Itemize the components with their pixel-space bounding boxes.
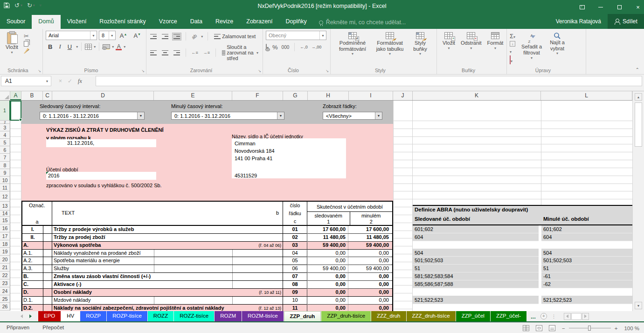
abra-previous-value[interactable]: 604 [541,233,632,241]
scroll-right-icon[interactable] [582,313,589,320]
interval1-dropdown[interactable]: 0: 1.1.2016 - 31.12.2016▼ [40,112,145,120]
column-header-c[interactable]: C [43,91,52,100]
autosum-button[interactable]: Σ▾ [510,32,515,40]
increase-indent-icon[interactable]: →≡ [202,49,211,56]
italic-button[interactable]: I [56,42,63,51]
sheet-tab-epo[interactable]: EPO [38,311,61,321]
column-header-b[interactable]: B [21,91,43,100]
align-right-button[interactable] [173,49,181,56]
collapse-ribbon-icon[interactable]: ⌃ [636,67,639,72]
scroll-up-icon[interactable]: ▲ [635,93,642,101]
accounting-format-button[interactable]: ▾ [266,44,269,50]
zoom-slider[interactable]: − + [562,326,617,331]
tab-vzorce[interactable]: Vzorce [152,15,184,29]
status-calc[interactable]: Přepočet [42,325,64,330]
bold-button[interactable]: B [46,43,55,51]
column-header-j[interactable]: J [393,91,413,100]
row-current-value[interactable]: 0,00 [307,250,348,257]
format-as-table-button[interactable]: Formátovat jako tabulku▾ [372,31,408,66]
enter-icon[interactable]: ✓ [68,78,72,84]
cell-styles-button[interactable]: Styly buňky▾ [408,31,432,66]
sheet-tab-zzp-el[interactable]: ZZP_účel [456,311,490,321]
minimize-button[interactable] [597,4,604,10]
column-header-i[interactable]: I [349,91,393,100]
normal-view-icon[interactable] [523,325,529,331]
orientation-dropdown-icon[interactable]: ▾ [201,34,203,39]
conditional-formatting-button[interactable]: ≠ Podmíněné formátování▾ [333,31,372,66]
scroll-down-icon[interactable]: ▼ [635,302,642,309]
sheet-tab-zzp-el-[interactable]: ZZP_účel- [491,311,526,321]
show-rows-dropdown[interactable]: <Všechny>▼ [323,112,382,120]
scroll-left-icon[interactable] [564,313,571,320]
horizontal-scrollbar-thumb[interactable] [571,313,582,320]
comma-style-button[interactable]: 000 [282,45,290,50]
decrease-indent-icon[interactable]: ←≡ [191,49,199,56]
abra-previous-value[interactable] [541,288,632,296]
tab-splitter-icon[interactable]: ⋮ [552,314,556,319]
row-previous-value[interactable]: 0,00 [348,281,391,289]
column-header-e[interactable]: E [154,91,232,100]
sheet-tab-rozp[interactable]: ROZP [80,311,106,321]
row-previous-value[interactable]: 0,00 [348,273,391,281]
sheet-tab-zzz-druh-tis-ce[interactable]: ZZZ_druh-tisíce [407,311,456,321]
maximize-button[interactable] [616,4,623,10]
sheet-tab-zzp-druh-tis-ce[interactable]: ZZP_druh-tisíce [321,311,371,321]
row-current-value[interactable]: 59 400,00 [307,265,348,273]
font-color-dropdown-icon[interactable]: ▾ [124,45,125,49]
sheet-tab-rozp-tis-ce[interactable]: ROZP-tisíce [107,311,147,321]
abra-previous-value[interactable]: 521;522;523 [541,296,632,304]
zoom-level[interactable]: 100 % [624,326,639,331]
abra-current-value[interactable]: 501;502;503 [413,257,539,265]
abra-current-value[interactable] [413,304,539,311]
number-format-select[interactable]: Obecný▼ [266,31,326,40]
column-header-l[interactable]: L [541,91,632,100]
abra-current-value[interactable]: 601;602 [413,225,539,233]
row-previous-value[interactable]: 59 400,00 [348,242,391,249]
row-previous-value[interactable]: 0,00 [348,297,391,305]
abra-previous-value[interactable]: 601;602 [541,225,632,233]
row-current-value[interactable]: 0,00 [307,273,348,281]
abra-previous-value[interactable]: 501;502;503 [541,257,632,265]
column-header-k[interactable]: K [413,91,541,100]
abra-current-value[interactable]: 585;586;587;588 [413,280,539,288]
abra-current-value[interactable] [413,288,539,296]
format-painter-icon[interactable] [24,48,29,54]
formula-input[interactable] [96,76,642,86]
cut-icon[interactable]: ✂ [24,33,29,40]
zoom-out-icon[interactable]: − [562,326,565,331]
abra-current-value[interactable]: 504 [413,249,539,257]
fill-color-dropdown-icon[interactable]: ▾ [112,45,114,49]
tab-revize[interactable]: Revize [209,15,240,29]
next-sheet-icon[interactable] [29,314,32,318]
abra-previous-value[interactable] [541,241,632,249]
row-current-value[interactable]: 0,00 [307,257,348,265]
align-left-button[interactable] [149,49,158,56]
name-box[interactable]: A1▼ [1,76,51,86]
wrap-text-button[interactable]: Zalamovat text [213,33,257,40]
abra-previous-value[interactable]: 51 [541,265,632,272]
column-header-g[interactable]: G [283,91,308,100]
align-top-button[interactable] [149,33,158,40]
row-current-value[interactable]: 59 400,00 [307,242,348,249]
number-dialog-launcher-icon[interactable]: ↘ [325,69,329,73]
close-button[interactable]: × [635,4,641,10]
orientation-icon[interactable]: ab [189,31,199,41]
cancel-icon[interactable]: × [59,78,62,84]
increase-font-icon[interactable]: A▲ [118,32,130,40]
abra-previous-value[interactable] [541,304,632,311]
prev-sheet-icon[interactable] [21,314,23,318]
sheet-tab-rozm-tis-ce[interactable]: ROZM-tisíce [242,311,284,321]
row-previous-value[interactable]: 0,00 [348,305,391,311]
abra-current-value[interactable]: 604 [413,233,539,241]
tab-dom-[interactable]: Domů [32,15,60,29]
sheet-tab-zzz-druh[interactable]: ZZZ_druh [371,311,406,321]
selected-cell-a1[interactable] [10,101,21,121]
sort-filter-button[interactable]: AZ Seřadit a filtrovat▾ [518,31,545,66]
tab-vlo-en-[interactable]: Vložení [61,15,93,29]
sheet-tab-zzp-druh[interactable]: ZZP_druh [284,311,321,321]
period-cell[interactable]: 2016 [46,172,156,180]
abra-current-value[interactable]: 521;522;523 [413,296,539,304]
font-dialog-launcher-icon[interactable]: ↘ [141,69,145,73]
tab-soubor[interactable]: Soubor [0,15,32,29]
fill-button[interactable]: ↓▾ [510,41,515,55]
